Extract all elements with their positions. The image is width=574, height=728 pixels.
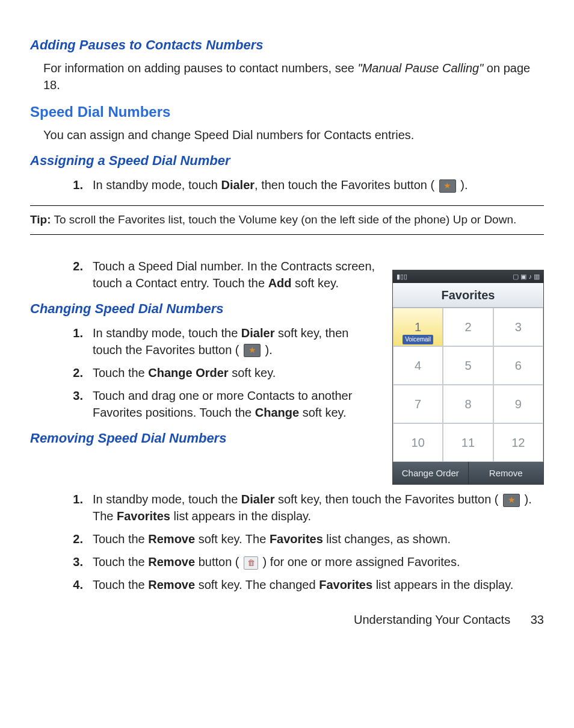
cell-number: 1: [415, 319, 421, 335]
text: Touch the: [93, 532, 148, 546]
text: soft key.: [299, 406, 347, 419]
list-item: 3. Touch the Remove button ( ) for one o…: [30, 553, 544, 570]
cell-label: Voicemail: [403, 335, 433, 344]
ui-label: Favorites: [319, 578, 372, 591]
cell-number: 7: [415, 396, 421, 412]
phone-cell-4[interactable]: 4: [393, 346, 443, 385]
text: ).: [457, 178, 468, 191]
step-number: 2.: [59, 258, 93, 291]
phone-grid: 1Voicemail23456789101112: [393, 308, 543, 462]
step-body: Touch and drag one or more Contacts to a…: [93, 387, 380, 421]
list-item: 4. Touch the Remove soft key. The change…: [30, 576, 544, 593]
ui-label: Remove: [148, 578, 195, 591]
phone-title: Favorites: [393, 283, 543, 308]
step-number: 3.: [59, 553, 93, 570]
status-right: ▢ ▣ ♪ ▥: [513, 272, 540, 281]
cell-number: 12: [511, 434, 525, 451]
heading-adding-pauses: Adding Pauses to Contacts Numbers: [30, 36, 544, 55]
text: In standby mode, touch the: [93, 326, 241, 340]
assign-steps-list: 1. In standby mode, touch Dialer, then t…: [30, 176, 544, 193]
list-item: 1. In standby mode, touch the Dialer sof…: [30, 491, 544, 524]
step-body: Touch the Remove soft key. The changed F…: [93, 576, 544, 593]
ui-label: Add: [268, 276, 292, 290]
phone-cell-6[interactable]: 6: [493, 346, 543, 385]
step-body: Touch the Change Order soft key.: [93, 364, 380, 381]
phone-cell-11[interactable]: 11: [443, 423, 493, 462]
change-steps-list: 1. In standby mode, touch the Dialer sof…: [30, 325, 380, 421]
text: ).: [262, 343, 273, 356]
status-left: ▮▯▯: [397, 272, 407, 281]
text: button (: [195, 555, 242, 568]
text: ) for one or more assigned Favorites.: [259, 555, 460, 568]
paragraph-adding-pauses: For information on adding pauses to cont…: [43, 60, 544, 93]
text: , then touch the Favorites button (: [255, 178, 438, 191]
assign-steps-list-cont: 2. Touch a Speed Dial number. In the Con…: [30, 258, 380, 291]
list-item: 3. Touch and drag one or more Contacts t…: [30, 387, 380, 421]
heading-changing: Changing Speed Dial Numbers: [30, 300, 380, 319]
tip-text: To scroll the Favorites list, touch the …: [51, 213, 516, 226]
text: soft key. The changed: [195, 578, 319, 591]
step-number: 1.: [59, 491, 93, 524]
list-item: 2. Touch the Change Order soft key.: [30, 364, 380, 381]
cell-number: 6: [515, 357, 522, 374]
page-number: 33: [531, 611, 544, 628]
step-body: Touch a Speed Dial number. In the Contra…: [93, 258, 380, 291]
text: For information on adding pauses to cont…: [43, 61, 358, 75]
heading-removing: Removing Speed Dial Numbers: [30, 429, 380, 448]
ui-label: Favorites: [270, 532, 323, 546]
text: soft key, then touch the Favorites butto…: [274, 493, 502, 506]
ui-label: Change: [255, 406, 299, 419]
text: list changes, as shown.: [323, 532, 451, 546]
text: Touch the: [93, 366, 148, 379]
cell-number: 4: [415, 357, 421, 374]
heading-assigning: Assigning a Speed Dial Number: [30, 152, 544, 170]
text: soft key.: [292, 276, 339, 290]
ui-label: Dialer: [221, 178, 255, 191]
step-number: 4.: [59, 576, 93, 593]
phone-cell-2[interactable]: 2: [443, 308, 493, 346]
text: Touch the: [93, 578, 148, 591]
phone-cell-1[interactable]: 1Voicemail: [393, 308, 443, 346]
step-number: 2.: [59, 530, 93, 547]
cell-number: 8: [464, 396, 471, 412]
step-body: In standby mode, touch the Dialer soft k…: [93, 325, 380, 358]
cell-number: 11: [461, 434, 475, 451]
phone-cell-5[interactable]: 5: [443, 346, 493, 385]
step-number: 2.: [59, 364, 93, 381]
ui-label: Dialer: [241, 326, 275, 340]
step-number: 1.: [59, 176, 93, 193]
phone-cell-8[interactable]: 8: [443, 385, 493, 423]
phone-cell-7[interactable]: 7: [393, 385, 443, 423]
cell-number: 10: [412, 434, 425, 451]
phone-softkeys: Change Order Remove: [393, 462, 543, 484]
list-item: 1. In standby mode, touch Dialer, then t…: [30, 176, 544, 193]
phone-cell-10[interactable]: 10: [393, 423, 443, 462]
favorites-star-icon: [439, 179, 456, 193]
phone-cell-12[interactable]: 12: [493, 423, 543, 462]
softkey-change-order[interactable]: Change Order: [393, 462, 469, 484]
text: list appears in the display.: [170, 509, 311, 523]
footer-text: Understanding Your Contacts: [354, 613, 510, 626]
softkey-remove[interactable]: Remove: [469, 462, 544, 484]
phone-statusbar: ▮▯▯ ▢ ▣ ♪ ▥: [393, 270, 543, 283]
heading-speed-dial: Speed Dial Numbers: [30, 102, 544, 122]
step-number: 3.: [59, 387, 93, 421]
list-item: 1. In standby mode, touch the Dialer sof…: [30, 325, 380, 358]
cell-number: 3: [515, 319, 522, 335]
list-item: 2. Touch the Remove soft key. The Favori…: [30, 530, 544, 547]
list-item: 2. Touch a Speed Dial number. In the Con…: [30, 258, 380, 291]
cell-number: 9: [515, 396, 522, 412]
text: In standby mode, touch: [93, 178, 221, 191]
tip-box: Tip: To scroll the Favorites list, touch…: [30, 205, 544, 235]
phone-cell-9[interactable]: 9: [493, 385, 543, 423]
ui-label: Dialer: [241, 493, 275, 506]
cell-number: 5: [464, 357, 471, 374]
cell-number: 2: [464, 319, 471, 335]
ui-label: Favorites: [117, 509, 170, 523]
phone-mockup: ▮▯▯ ▢ ▣ ♪ ▥ Favorites 1Voicemail23456789…: [392, 270, 544, 485]
tip-label: Tip:: [30, 213, 51, 226]
step-body: Touch the Remove button ( ) for one or m…: [93, 553, 544, 570]
paragraph-speed-dial-intro: You can assign and change Speed Dial num…: [43, 126, 544, 143]
phone-cell-3[interactable]: 3: [493, 308, 543, 346]
text: Touch the: [93, 555, 148, 568]
